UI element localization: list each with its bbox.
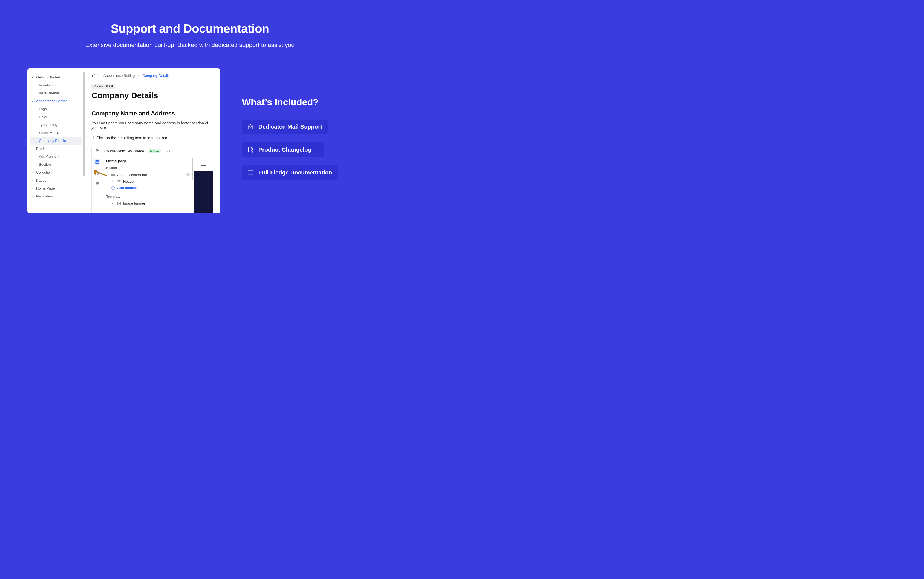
chevron-right-icon bbox=[31, 187, 34, 190]
sidebar-label: Product bbox=[36, 147, 48, 151]
included-label: Dedicated Mail Support bbox=[258, 123, 322, 130]
chevron-down-icon bbox=[111, 201, 115, 205]
doc-panel: Getting Started Introduction Install the… bbox=[27, 69, 220, 213]
sidebar-label: Appearance Setting bbox=[36, 99, 67, 103]
breadcrumb-page[interactable]: Company Details bbox=[142, 74, 169, 78]
tree-title: Home page bbox=[106, 159, 190, 163]
exit-icon[interactable] bbox=[95, 149, 100, 154]
included-label: Full Fledge Documentation bbox=[258, 169, 332, 176]
mail-open-icon bbox=[248, 124, 253, 130]
plus-circle-icon bbox=[111, 186, 115, 190]
svg-rect-1 bbox=[95, 162, 99, 163]
tree-item-header[interactable]: Header bbox=[106, 178, 190, 185]
svg-point-16 bbox=[118, 203, 119, 203]
svg-rect-10 bbox=[118, 180, 121, 181]
menu-icon[interactable] bbox=[201, 162, 206, 166]
sidebar-label: Color bbox=[39, 115, 48, 119]
chevron-down-icon bbox=[31, 147, 34, 150]
section-heading: Company Name and Address bbox=[92, 110, 213, 117]
section-tree: Home page Header Announcement bar bbox=[103, 156, 194, 213]
chevron-down-icon bbox=[31, 100, 34, 103]
sidebar-item-getting-started[interactable]: Getting Started bbox=[30, 73, 82, 81]
sidebar-label: Getting Started bbox=[36, 75, 60, 79]
sections-icon[interactable] bbox=[94, 159, 100, 165]
hero-subtitle: Extensive documentation built-up, Backed… bbox=[0, 42, 380, 49]
chevron-right-icon bbox=[31, 179, 34, 182]
sidebar-label: Pages bbox=[36, 178, 46, 182]
svg-rect-0 bbox=[95, 160, 99, 161]
sidebar-item-pages[interactable]: Pages bbox=[30, 177, 82, 184]
theme-editor: Course Whiz Dev Theme Live ••• bbox=[92, 146, 213, 213]
sidebar-scrollbar[interactable] bbox=[84, 72, 85, 176]
sidebar-item-add-courses[interactable]: Add Courses bbox=[30, 153, 82, 160]
image-icon bbox=[117, 201, 121, 205]
sidebar-label: Add Courses bbox=[39, 155, 59, 159]
eye-off-icon[interactable] bbox=[186, 173, 190, 177]
breadcrumb-separator-icon: › bbox=[138, 74, 139, 77]
more-icon[interactable]: ••• bbox=[165, 149, 171, 153]
step-1: Click on theme setting icon in leftmost … bbox=[96, 136, 213, 140]
tree-label: Add section bbox=[117, 186, 138, 190]
sidebar-label: Collection bbox=[36, 170, 52, 175]
sidebar-item-install-theme[interactable]: Install theme bbox=[30, 89, 82, 97]
breadcrumb-separator-icon: › bbox=[99, 74, 100, 77]
file-search-icon bbox=[248, 147, 253, 153]
sidebar-label: Typography bbox=[39, 123, 57, 127]
sidebar-item-collection[interactable]: Collection bbox=[30, 168, 82, 177]
sidebar-item-company-details[interactable]: Company Details bbox=[30, 137, 82, 145]
sidebar-item-logo[interactable]: Logo bbox=[30, 105, 82, 113]
sidebar-item-product[interactable]: Product bbox=[30, 145, 82, 153]
chevron-right-icon bbox=[111, 180, 115, 183]
sidebar-item-section[interactable]: Section bbox=[30, 160, 82, 168]
gear-icon[interactable] bbox=[94, 170, 100, 176]
sidebar-label: Navigation bbox=[36, 194, 53, 198]
included-item-changelog: Product Changelog bbox=[242, 142, 324, 157]
tree-label: Announcement bar bbox=[117, 173, 147, 177]
svg-point-5 bbox=[96, 184, 97, 185]
whats-included: What’s Included? Dedicated Mail Support … bbox=[242, 69, 353, 188]
preview-canvas bbox=[194, 172, 213, 213]
sidebar-label: Home Page bbox=[36, 186, 55, 190]
book-open-icon bbox=[248, 170, 253, 176]
svg-point-3 bbox=[96, 182, 97, 183]
sidebar-item-social-media[interactable]: Social Media bbox=[30, 129, 82, 137]
breadcrumb: › Appearance Setting › Company Details bbox=[92, 73, 213, 78]
svg-rect-8 bbox=[112, 175, 115, 176]
sidebar-item-home-page[interactable]: Home Page bbox=[30, 184, 82, 192]
sidebar-item-appearance-setting[interactable]: Appearance Setting bbox=[30, 97, 82, 105]
included-item-documentation: Full Fledge Documentation bbox=[242, 165, 338, 180]
sidebar-label: Install theme bbox=[39, 91, 59, 95]
add-section-button[interactable]: Add section bbox=[106, 185, 190, 191]
live-dot-icon bbox=[150, 150, 152, 152]
tree-group-header: Header bbox=[106, 166, 190, 170]
section-description: You can update your company name and add… bbox=[92, 121, 213, 130]
breadcrumb-section[interactable]: Appearance Setting bbox=[103, 74, 135, 78]
sidebar-label: Introduction bbox=[39, 83, 57, 87]
sidebar-label: Logo bbox=[39, 107, 47, 111]
sidebar-item-color[interactable]: Color bbox=[30, 113, 82, 121]
tree-item-image-banner[interactable]: Image banner bbox=[106, 200, 190, 206]
sidebar-item-typography[interactable]: Typography bbox=[30, 121, 82, 129]
section-icon bbox=[117, 180, 121, 183]
sidebar-label: Section bbox=[39, 162, 51, 167]
sidebar-label: Social Media bbox=[39, 131, 59, 135]
chevron-right-icon bbox=[31, 195, 34, 198]
included-item-mail-support: Dedicated Mail Support bbox=[242, 119, 328, 134]
sidebar-label: Company Details bbox=[39, 139, 66, 143]
home-icon[interactable] bbox=[92, 73, 96, 78]
chevron-right-icon bbox=[31, 171, 34, 174]
doc-sidebar: Getting Started Introduction Install the… bbox=[27, 69, 85, 213]
hero-title: Support and Documentation bbox=[0, 22, 380, 36]
live-badge: Live bbox=[148, 149, 161, 154]
tree-item-announcement-bar[interactable]: Announcement bar bbox=[106, 172, 190, 178]
sidebar-item-navigation[interactable]: Navigation bbox=[30, 192, 82, 200]
sidebar-item-introduction[interactable]: Introduction bbox=[30, 81, 82, 89]
included-label: Product Changelog bbox=[258, 146, 312, 153]
live-label: Live bbox=[153, 150, 159, 153]
page-title: Company Details bbox=[92, 91, 213, 100]
chevron-down-icon bbox=[31, 76, 34, 79]
editor-rail bbox=[92, 156, 103, 213]
tree-scrollbar[interactable] bbox=[192, 158, 193, 180]
apps-icon[interactable] bbox=[94, 181, 100, 187]
editor-preview bbox=[194, 156, 213, 213]
